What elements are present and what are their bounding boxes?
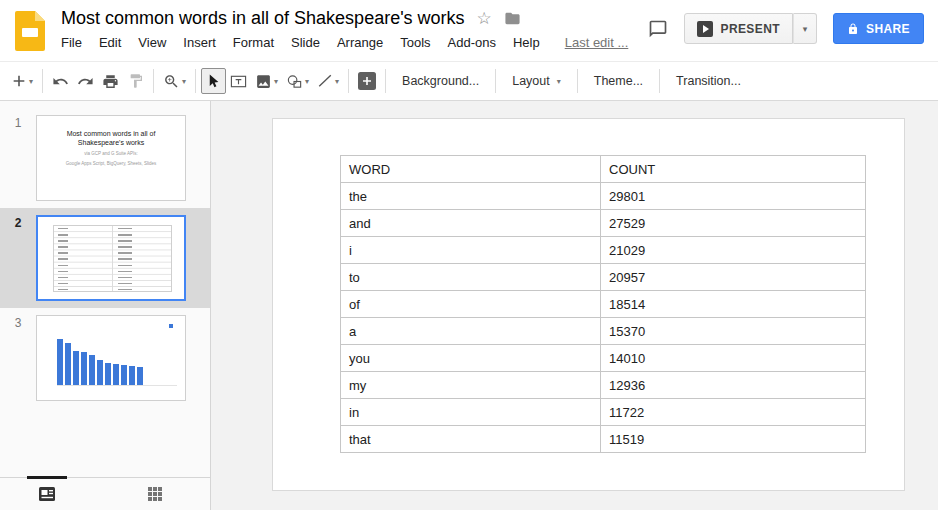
- menu-help[interactable]: Help: [513, 35, 540, 50]
- menu-addons[interactable]: Add-ons: [448, 35, 496, 50]
- table-cell-word[interactable]: to: [341, 264, 601, 291]
- toolbar-separator: [153, 69, 154, 93]
- image-tool-button[interactable]: ▾: [251, 68, 282, 94]
- textbox-icon: [230, 73, 247, 90]
- table-cell-word[interactable]: my: [341, 372, 601, 399]
- chevron-down-icon: ▾: [335, 77, 339, 86]
- menu-tools[interactable]: Tools: [400, 35, 430, 50]
- menu-slide[interactable]: Slide: [291, 35, 320, 50]
- comments-icon[interactable]: [648, 19, 668, 39]
- table-row: my 12936: [341, 372, 866, 399]
- insert-placeholder-button[interactable]: [354, 68, 380, 94]
- document-title[interactable]: Most common words in all of Shakespeare'…: [61, 8, 465, 29]
- slide-2-thumbnail[interactable]: [36, 215, 186, 301]
- chevron-down-icon: ▾: [182, 77, 186, 86]
- table-cell-count[interactable]: 12936: [601, 372, 866, 399]
- thumbnail-title-text: Most common words in all of Shakespeare'…: [37, 129, 185, 148]
- toolbar-separator: [42, 69, 43, 93]
- zoom-button[interactable]: ▾: [159, 68, 190, 94]
- slide-thumbnail-item-1[interactable]: 1 Most common words in all of Shakespear…: [0, 108, 210, 208]
- paint-roller-icon: [128, 73, 144, 89]
- menu-view[interactable]: View: [138, 35, 166, 50]
- layout-button[interactable]: Layout ▾: [501, 68, 572, 94]
- present-label: PRESENT: [721, 22, 780, 36]
- google-slides-app: Most common words in all of Shakespeare'…: [0, 0, 938, 510]
- header-actions: PRESENT ▾ SHARE: [648, 13, 925, 44]
- table-cell-count[interactable]: 15370: [601, 318, 866, 345]
- table-cell-word[interactable]: of: [341, 291, 601, 318]
- star-icon[interactable]: ☆: [477, 10, 492, 27]
- toolbar-separator: [495, 69, 496, 93]
- table-cell-count[interactable]: 29801: [601, 183, 866, 210]
- table-cell-count[interactable]: 20957: [601, 264, 866, 291]
- table-cell-count[interactable]: 11722: [601, 399, 866, 426]
- table-cell-count[interactable]: 27529: [601, 210, 866, 237]
- menu-file[interactable]: File: [61, 35, 82, 50]
- print-button[interactable]: [98, 68, 123, 94]
- table-row: to 20957: [341, 264, 866, 291]
- table-header-count[interactable]: COUNT: [601, 156, 866, 183]
- table-cell-count[interactable]: 11519: [601, 426, 866, 453]
- word-count-table[interactable]: WORD COUNT the 29801 and 27529 i: [340, 155, 866, 453]
- grid-view-button[interactable]: [147, 486, 163, 502]
- textbox-tool-button[interactable]: [226, 68, 251, 94]
- shape-tool-button[interactable]: ▾: [282, 68, 313, 94]
- chevron-down-icon: ▾: [274, 77, 278, 86]
- view-toggle-bar: [0, 477, 210, 510]
- redo-button[interactable]: [73, 68, 98, 94]
- present-button-group: PRESENT ▾: [684, 13, 817, 44]
- menu-edit[interactable]: Edit: [99, 35, 121, 50]
- toolbar-separator: [385, 69, 386, 93]
- table-cell-word[interactable]: the: [341, 183, 601, 210]
- line-tool-button[interactable]: ▾: [313, 68, 343, 94]
- undo-button[interactable]: [48, 68, 73, 94]
- slide-thumbnail-item-2[interactable]: 2: [0, 208, 210, 308]
- paint-format-button[interactable]: [123, 68, 148, 94]
- present-dropdown-button[interactable]: ▾: [793, 13, 817, 44]
- share-button[interactable]: SHARE: [833, 13, 924, 44]
- slides-logo-icon[interactable]: [15, 11, 45, 51]
- menu-insert[interactable]: Insert: [183, 35, 216, 50]
- table-cell-count[interactable]: 14010: [601, 345, 866, 372]
- slide-thumbnail-item-3[interactable]: 3: [0, 308, 210, 408]
- filmstrip-view-icon: [38, 486, 56, 502]
- mini-chart-bars: [57, 338, 177, 386]
- toolbar-separator: [577, 69, 578, 93]
- filmstrip-view-button[interactable]: [38, 486, 56, 502]
- image-icon: [255, 73, 272, 90]
- table-row: of 18514: [341, 291, 866, 318]
- table-header-row: WORD COUNT: [341, 156, 866, 183]
- folder-icon[interactable]: [504, 11, 521, 26]
- table-cell-word[interactable]: and: [341, 210, 601, 237]
- print-icon: [102, 73, 119, 90]
- menu-arrange[interactable]: Arrange: [337, 35, 383, 50]
- slide-canvas[interactable]: WORD COUNT the 29801 and 27529 i: [272, 118, 905, 491]
- background-button[interactable]: Background...: [391, 68, 490, 94]
- select-tool-button[interactable]: [201, 68, 226, 94]
- grid-view-icon: [147, 486, 163, 502]
- table-cell-word[interactable]: a: [341, 318, 601, 345]
- present-button[interactable]: PRESENT: [684, 13, 793, 44]
- table-row: that 11519: [341, 426, 866, 453]
- table-cell-word[interactable]: in: [341, 399, 601, 426]
- table-cell-word[interactable]: i: [341, 237, 601, 264]
- table-cell-word[interactable]: you: [341, 345, 601, 372]
- menu-format[interactable]: Format: [233, 35, 274, 50]
- table-row: and 27529: [341, 210, 866, 237]
- slide-number: 1: [0, 115, 36, 130]
- zoom-in-icon: [163, 73, 180, 90]
- last-edit-link[interactable]: Last edit ...: [565, 35, 629, 50]
- table-header-word[interactable]: WORD: [341, 156, 601, 183]
- slide-1-thumbnail[interactable]: Most common words in all of Shakespeare'…: [36, 115, 186, 201]
- table-row: i 21029: [341, 237, 866, 264]
- table-cell-word[interactable]: that: [341, 426, 601, 453]
- transition-button[interactable]: Transition...: [665, 68, 752, 94]
- table-row: you 14010: [341, 345, 866, 372]
- new-slide-button[interactable]: ▾: [7, 68, 37, 94]
- theme-button[interactable]: Theme...: [583, 68, 654, 94]
- chevron-down-icon: ▾: [305, 77, 309, 86]
- cursor-arrow-icon: [206, 73, 221, 89]
- table-cell-count[interactable]: 21029: [601, 237, 866, 264]
- slide-3-thumbnail[interactable]: [36, 315, 186, 401]
- table-cell-count[interactable]: 18514: [601, 291, 866, 318]
